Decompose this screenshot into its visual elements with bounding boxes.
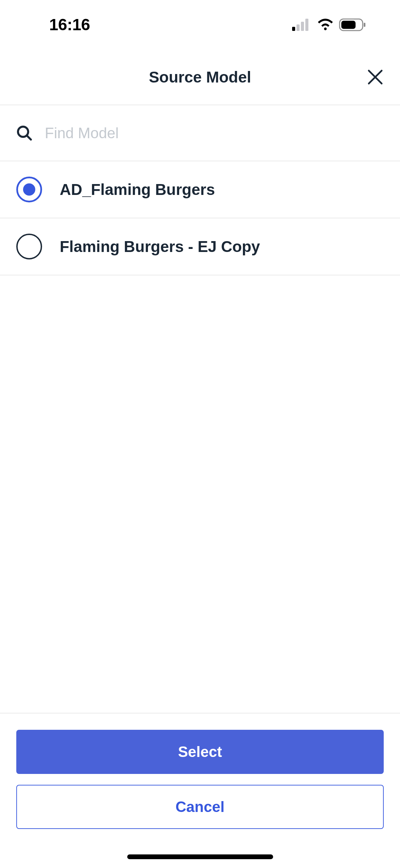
model-option-1[interactable]: Flaming Burgers - EJ Copy [0, 218, 400, 275]
select-button[interactable]: Select [16, 730, 384, 774]
radio-selected [16, 177, 42, 202]
status-time: 16:16 [49, 15, 90, 34]
cancel-button[interactable]: Cancel [16, 785, 384, 829]
search-icon [16, 125, 33, 141]
bottom-actions: Select Cancel [0, 713, 400, 868]
close-icon [367, 69, 384, 86]
model-option-0[interactable]: AD_Flaming Burgers [0, 161, 400, 218]
search-input[interactable] [45, 125, 384, 142]
wifi-icon [317, 18, 334, 32]
model-option-label: Flaming Burgers - EJ Copy [60, 237, 260, 256]
search-row [0, 105, 400, 161]
svg-rect-1 [341, 21, 356, 29]
svg-rect-2 [364, 23, 365, 27]
status-indicators [292, 18, 366, 32]
model-option-label: AD_Flaming Burgers [60, 180, 215, 199]
battery-icon [339, 18, 366, 31]
cellular-icon [292, 19, 312, 31]
svg-line-6 [27, 136, 31, 140]
radio-unselected [16, 234, 42, 259]
page-title: Source Model [149, 68, 251, 86]
modal-header: Source Model [0, 49, 400, 105]
status-bar: 16:16 [0, 0, 400, 49]
home-indicator[interactable] [127, 854, 273, 859]
close-button[interactable] [367, 69, 384, 86]
